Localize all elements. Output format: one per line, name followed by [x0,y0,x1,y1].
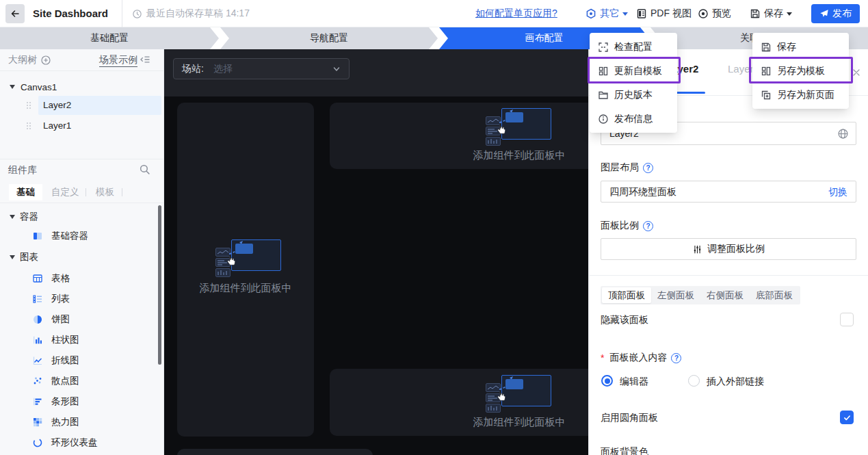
back-button[interactable] [5,4,25,23]
step-basic-config[interactable]: 基础配置 [0,27,219,49]
help-link[interactable]: 如何配置单页应用? [475,0,557,26]
radio-editor-label[interactable]: 编辑器 [620,375,648,387]
layout-panel-top[interactable]: 添加组件到此面板中 [330,103,588,169]
widget-block [505,112,523,122]
save-floppy-icon [761,42,772,53]
help-icon[interactable]: ? [671,353,681,363]
divider [589,275,868,276]
drop-target-frame [501,108,551,140]
menu-item-label: 发布信息 [614,113,653,125]
divider [122,188,122,196]
sidebar-scrollbar[interactable] [158,205,161,365]
folder-icon [598,90,609,101]
drag-handle-icon[interactable] [26,101,31,109]
hide-panel-checkbox[interactable] [840,313,854,326]
component-label: 表格 [51,272,70,285]
left-sidebar: 大纲树 场景示例 Canvas1 Layer2 Layer1 [0,49,164,455]
drop-placeholder-illustration [215,239,281,278]
drag-handle-icon[interactable] [26,122,31,130]
group-charts[interactable]: 图表 [10,248,38,266]
globe-icon[interactable] [837,128,849,140]
radio-external-link-label[interactable]: 插入外部链接 [707,375,764,387]
preview-button[interactable]: 预览 [698,0,731,27]
layout-panel-left[interactable]: 添加组件到此面板中 [177,103,314,437]
tree-node-layer2[interactable]: Layer2 [0,96,164,115]
menu-item-save-as-template[interactable]: 另存为模板 [752,59,849,83]
component-ring-gauge[interactable]: 环形仪表盘 [32,432,98,453]
layout-panel-bottom[interactable] [177,449,373,455]
group-container[interactable]: 容器 [10,208,38,226]
step-nav-config[interactable]: 导航配置 [220,27,438,49]
menu-item-save[interactable]: 保存 [752,35,849,59]
tab-basic[interactable]: 基础 [9,184,42,200]
panel-bg-color-label: 面板背景色 [601,446,648,455]
menu-item-update-from-template[interactable]: 更新自模板 [590,59,677,83]
menu-item-label: 历史版本 [614,89,653,101]
pdf-view-label: PDF 视图 [650,8,692,20]
rounded-panel-checkbox[interactable] [840,411,854,424]
caret-down-icon [10,215,15,219]
tree-node-layer1[interactable]: Layer1 [0,116,164,135]
drop-target-frame [231,239,281,271]
tab-top-panel[interactable]: 顶部面板 [602,287,651,303]
tree-node-canvas1[interactable]: Canvas1 [10,78,57,96]
tab-template[interactable]: 模板 [96,184,114,200]
scene-example-link[interactable]: 场景示例 [99,54,137,67]
caret-down-icon [10,85,15,89]
layer-name: Layer1 [43,116,71,135]
save-label: 保存 [764,8,783,20]
component-line-chart[interactable]: 折线图 [32,350,79,371]
chevron-down-icon [787,12,792,18]
save-menu-trigger[interactable]: 保存 [750,0,792,27]
radio-editor[interactable] [601,375,613,387]
widget-block [505,379,523,389]
close-icon[interactable] [851,67,862,78]
container-icon [32,231,43,242]
component-scatter-chart[interactable]: 散点图 [32,371,79,391]
autosave-status: 最近自动保存草稿 14:17 [122,0,250,27]
save-dropdown-menu: 保存 另存为模板 另存为新页面 [752,33,849,109]
switch-layout-link[interactable]: 切换 [828,181,847,202]
layout-panel-center[interactable]: 添加组件到此面板中 [330,369,588,436]
tab-bottom-panel[interactable]: 底部面板 [750,287,799,303]
add-circle-icon[interactable] [40,55,51,66]
menu-item-check-config[interactable]: 检查配置 [590,35,677,59]
menu-item-label: 另存为模板 [777,65,825,77]
adjust-ratio-button[interactable]: 调整面板比例 [601,238,856,260]
divider [0,159,164,159]
tab-right-panel[interactable]: 右侧面板 [700,287,750,303]
radio-external-link[interactable] [688,375,700,387]
menu-item-save-as-new-page[interactable]: 另存为新页面 [752,83,849,107]
menu-item-label: 更新自模板 [614,65,662,77]
publish-label: 发布 [832,8,852,20]
component-list[interactable]: 列表 [32,289,70,309]
chevron-down-icon [622,12,628,18]
scan-check-icon [599,43,607,51]
menu-item-label: 另存为新页面 [777,89,834,101]
menu-item-history-versions[interactable]: 历史版本 [590,83,677,107]
component-pie-chart[interactable]: 饼图 [32,309,70,330]
search-icon[interactable] [139,164,150,175]
copy-page-icon [761,90,772,101]
component-heatmap[interactable]: 热力图 [32,412,79,432]
chart-thumb-icon [486,137,501,146]
station-select[interactable]: 场站: 选择 [173,58,350,79]
component-table[interactable]: 表格 [32,268,70,289]
publish-button[interactable]: 发布 [811,4,860,23]
other-menu-trigger[interactable]: 其它 [586,0,628,27]
canvas-toolbar: 场站: 选择 [164,49,588,96]
tab-left-panel[interactable]: 左侧面板 [651,287,700,303]
help-icon[interactable]: ? [643,221,653,231]
hand-cursor-icon [496,390,506,402]
component-hbar-chart[interactable]: 条形图 [32,391,79,412]
collapse-panel-icon[interactable] [140,54,151,65]
menu-item-publish-info[interactable]: 发布信息 [590,107,677,131]
tree-node-label: Canvas1 [21,82,57,92]
tab-custom[interactable]: 自定义 [51,184,79,200]
component-basic-container[interactable]: 基础容器 [32,226,88,246]
canvas-area: 场站: 选择 添加组件 [164,49,588,455]
component-bar-chart[interactable]: 柱状图 [32,330,79,350]
help-icon[interactable]: ? [643,163,653,173]
pdf-view-button[interactable]: PDF 视图 [636,0,692,27]
component-label: 基础容器 [51,230,88,242]
